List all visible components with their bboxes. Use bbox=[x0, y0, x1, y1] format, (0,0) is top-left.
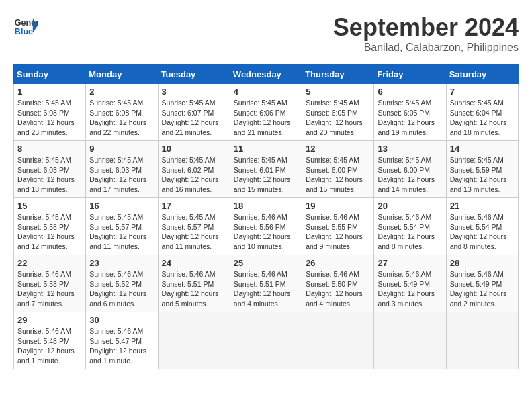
day-number: 27 bbox=[378, 258, 442, 268]
header-wednesday: Wednesday bbox=[230, 65, 302, 84]
calendar-cell: 1 Sunrise: 5:45 AMSunset: 6:08 PMDayligh… bbox=[14, 84, 86, 141]
calendar-week-row: 29 Sunrise: 5:46 AMSunset: 5:48 PMDaylig… bbox=[14, 312, 519, 369]
day-info: Sunrise: 5:46 AMSunset: 5:54 PMDaylight:… bbox=[450, 213, 507, 250]
header-thursday: Thursday bbox=[302, 65, 374, 84]
day-info: Sunrise: 5:45 AMSunset: 6:04 PMDaylight:… bbox=[450, 99, 507, 136]
day-info: Sunrise: 5:45 AMSunset: 6:00 PMDaylight:… bbox=[378, 156, 435, 193]
header-saturday: Saturday bbox=[446, 65, 518, 84]
day-info: Sunrise: 5:46 AMSunset: 5:47 PMDaylight:… bbox=[89, 327, 146, 365]
logo: General Blue bbox=[13, 13, 38, 38]
day-info: Sunrise: 5:45 AMSunset: 6:01 PMDaylight:… bbox=[234, 156, 291, 193]
calendar-cell bbox=[158, 312, 230, 369]
day-number: 1 bbox=[17, 87, 82, 97]
day-number: 10 bbox=[162, 144, 226, 154]
day-info: Sunrise: 5:46 AMSunset: 5:56 PMDaylight:… bbox=[234, 213, 291, 250]
svg-text:Blue: Blue bbox=[15, 27, 33, 36]
calendar-week-row: 1 Sunrise: 5:45 AMSunset: 6:08 PMDayligh… bbox=[14, 84, 519, 141]
calendar-body: 1 Sunrise: 5:45 AMSunset: 6:08 PMDayligh… bbox=[14, 84, 519, 369]
day-info: Sunrise: 5:45 AMSunset: 6:05 PMDaylight:… bbox=[378, 99, 435, 136]
calendar-cell: 13 Sunrise: 5:45 AMSunset: 6:00 PMDaylig… bbox=[374, 141, 446, 198]
calendar-cell bbox=[302, 312, 374, 369]
weekday-header-row: Sunday Monday Tuesday Wednesday Thursday… bbox=[14, 65, 519, 84]
day-info: Sunrise: 5:45 AMSunset: 6:00 PMDaylight:… bbox=[306, 156, 363, 193]
day-number: 13 bbox=[378, 144, 442, 154]
day-number: 28 bbox=[450, 258, 515, 268]
day-info: Sunrise: 5:46 AMSunset: 5:48 PMDaylight:… bbox=[17, 327, 75, 365]
calendar-cell: 27 Sunrise: 5:46 AMSunset: 5:49 PMDaylig… bbox=[374, 255, 446, 312]
calendar-cell: 17 Sunrise: 5:45 AMSunset: 5:57 PMDaylig… bbox=[158, 198, 230, 255]
day-number: 9 bbox=[89, 144, 154, 154]
calendar-cell: 29 Sunrise: 5:46 AMSunset: 5:48 PMDaylig… bbox=[14, 312, 86, 369]
day-info: Sunrise: 5:46 AMSunset: 5:51 PMDaylight:… bbox=[234, 270, 291, 308]
logo-icon: General Blue bbox=[13, 13, 38, 38]
day-info: Sunrise: 5:45 AMSunset: 6:05 PMDaylight:… bbox=[306, 99, 363, 136]
day-number: 24 bbox=[162, 258, 226, 268]
calendar-cell: 16 Sunrise: 5:45 AMSunset: 5:57 PMDaylig… bbox=[86, 198, 158, 255]
day-number: 5 bbox=[306, 87, 370, 97]
header-tuesday: Tuesday bbox=[158, 65, 230, 84]
calendar-cell: 11 Sunrise: 5:45 AMSunset: 6:01 PMDaylig… bbox=[230, 141, 302, 198]
day-number: 21 bbox=[450, 201, 515, 211]
calendar-cell: 18 Sunrise: 5:46 AMSunset: 5:56 PMDaylig… bbox=[230, 198, 302, 255]
day-info: Sunrise: 5:45 AMSunset: 5:58 PMDaylight:… bbox=[17, 213, 75, 250]
day-info: Sunrise: 5:45 AMSunset: 6:06 PMDaylight:… bbox=[234, 99, 291, 136]
day-info: Sunrise: 5:45 AMSunset: 6:02 PMDaylight:… bbox=[162, 156, 219, 193]
calendar-week-row: 15 Sunrise: 5:45 AMSunset: 5:58 PMDaylig… bbox=[14, 198, 519, 255]
day-info: Sunrise: 5:45 AMSunset: 6:07 PMDaylight:… bbox=[162, 99, 219, 136]
day-number: 6 bbox=[378, 87, 442, 97]
day-info: Sunrise: 5:46 AMSunset: 5:51 PMDaylight:… bbox=[162, 270, 219, 308]
day-number: 29 bbox=[17, 315, 82, 325]
day-number: 17 bbox=[162, 201, 226, 211]
header-friday: Friday bbox=[374, 65, 446, 84]
day-number: 18 bbox=[234, 201, 298, 211]
calendar-cell: 4 Sunrise: 5:45 AMSunset: 6:06 PMDayligh… bbox=[230, 84, 302, 141]
calendar-cell: 12 Sunrise: 5:45 AMSunset: 6:00 PMDaylig… bbox=[302, 141, 374, 198]
calendar-cell: 26 Sunrise: 5:46 AMSunset: 5:50 PMDaylig… bbox=[302, 255, 374, 312]
day-number: 22 bbox=[17, 258, 82, 268]
calendar-cell: 7 Sunrise: 5:45 AMSunset: 6:04 PMDayligh… bbox=[446, 84, 518, 141]
day-info: Sunrise: 5:46 AMSunset: 5:53 PMDaylight:… bbox=[17, 270, 75, 308]
day-number: 11 bbox=[234, 144, 298, 154]
calendar-cell: 14 Sunrise: 5:45 AMSunset: 5:59 PMDaylig… bbox=[446, 141, 518, 198]
calendar-cell bbox=[446, 312, 518, 369]
calendar-cell: 5 Sunrise: 5:45 AMSunset: 6:05 PMDayligh… bbox=[302, 84, 374, 141]
day-number: 23 bbox=[89, 258, 154, 268]
day-info: Sunrise: 5:45 AMSunset: 5:57 PMDaylight:… bbox=[162, 213, 219, 250]
day-number: 12 bbox=[306, 144, 370, 154]
day-number: 15 bbox=[17, 201, 82, 211]
calendar-table: Sunday Monday Tuesday Wednesday Thursday… bbox=[13, 64, 519, 369]
calendar-cell: 8 Sunrise: 5:45 AMSunset: 6:03 PMDayligh… bbox=[14, 141, 86, 198]
day-info: Sunrise: 5:45 AMSunset: 6:08 PMDaylight:… bbox=[17, 99, 75, 136]
day-number: 20 bbox=[378, 201, 442, 211]
calendar-cell: 10 Sunrise: 5:45 AMSunset: 6:02 PMDaylig… bbox=[158, 141, 230, 198]
day-number: 4 bbox=[234, 87, 298, 97]
day-info: Sunrise: 5:46 AMSunset: 5:49 PMDaylight:… bbox=[378, 270, 435, 308]
day-number: 3 bbox=[162, 87, 226, 97]
calendar-cell: 23 Sunrise: 5:46 AMSunset: 5:52 PMDaylig… bbox=[86, 255, 158, 312]
calendar-cell: 25 Sunrise: 5:46 AMSunset: 5:51 PMDaylig… bbox=[230, 255, 302, 312]
day-number: 7 bbox=[450, 87, 515, 97]
location-title: Banilad, Calabarzon, Philippines bbox=[333, 42, 519, 54]
title-section: September 2024 Banilad, Calabarzon, Phil… bbox=[333, 13, 519, 54]
day-number: 26 bbox=[306, 258, 370, 268]
calendar-cell: 9 Sunrise: 5:45 AMSunset: 6:03 PMDayligh… bbox=[86, 141, 158, 198]
day-info: Sunrise: 5:45 AMSunset: 5:59 PMDaylight:… bbox=[450, 156, 507, 193]
calendar-week-row: 22 Sunrise: 5:46 AMSunset: 5:53 PMDaylig… bbox=[14, 255, 519, 312]
calendar-cell: 24 Sunrise: 5:46 AMSunset: 5:51 PMDaylig… bbox=[158, 255, 230, 312]
day-info: Sunrise: 5:46 AMSunset: 5:50 PMDaylight:… bbox=[306, 270, 363, 308]
calendar-cell: 22 Sunrise: 5:46 AMSunset: 5:53 PMDaylig… bbox=[14, 255, 86, 312]
day-info: Sunrise: 5:45 AMSunset: 6:03 PMDaylight:… bbox=[89, 156, 146, 193]
calendar-cell: 19 Sunrise: 5:46 AMSunset: 5:55 PMDaylig… bbox=[302, 198, 374, 255]
calendar-cell: 2 Sunrise: 5:45 AMSunset: 6:08 PMDayligh… bbox=[86, 84, 158, 141]
calendar-cell: 15 Sunrise: 5:45 AMSunset: 5:58 PMDaylig… bbox=[14, 198, 86, 255]
day-number: 25 bbox=[234, 258, 298, 268]
calendar-cell bbox=[230, 312, 302, 369]
calendar-cell: 6 Sunrise: 5:45 AMSunset: 6:05 PMDayligh… bbox=[374, 84, 446, 141]
calendar-cell: 21 Sunrise: 5:46 AMSunset: 5:54 PMDaylig… bbox=[446, 198, 518, 255]
day-number: 19 bbox=[306, 201, 370, 211]
month-title: September 2024 bbox=[333, 13, 519, 42]
calendar-cell bbox=[374, 312, 446, 369]
day-info: Sunrise: 5:46 AMSunset: 5:52 PMDaylight:… bbox=[89, 270, 146, 308]
day-number: 8 bbox=[17, 144, 82, 154]
day-number: 16 bbox=[89, 201, 154, 211]
